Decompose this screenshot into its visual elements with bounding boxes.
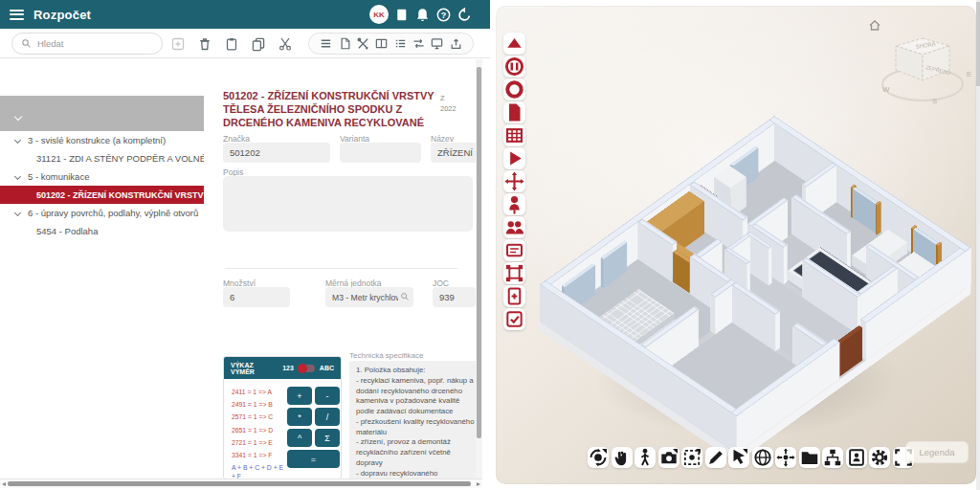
app-title: Rozpočet — [33, 8, 91, 22]
chevron-down-icon[interactable] — [14, 210, 21, 216]
id-badge-icon[interactable] — [846, 447, 867, 468]
hierarchy-icon[interactable] — [822, 447, 843, 468]
flow-icon[interactable] — [412, 36, 426, 51]
chevron-down-icon[interactable] — [14, 173, 21, 180]
document-icon[interactable] — [338, 36, 352, 51]
tree-item[interactable]: 3 - svislé konstrukce (a kompletní) — [0, 131, 204, 149]
list-icon[interactable] — [319, 36, 333, 51]
mnozstvi-field[interactable] — [223, 287, 290, 307]
properties-card-icon[interactable] — [503, 239, 525, 261]
columns-icon[interactable] — [374, 36, 389, 51]
pan-hand-icon[interactable] — [612, 447, 633, 468]
snapshot-icon[interactable] — [681, 447, 702, 468]
viewer-viewport[interactable]: W S E SHORA ZEPŘEDU — [496, 6, 976, 484]
delete-icon[interactable] — [197, 36, 212, 52]
copy-icon[interactable] — [251, 36, 266, 52]
folder-icon[interactable] — [799, 447, 820, 468]
tree-item[interactable]: 5454 - Podlaha — [0, 222, 204, 240]
person-pin-icon[interactable] — [503, 193, 525, 215]
orbit-icon[interactable] — [588, 447, 609, 468]
znacka-field[interactable] — [223, 143, 330, 163]
popis-field[interactable] — [223, 176, 473, 232]
vykaz-mode-toggle[interactable] — [299, 365, 315, 372]
item-title: 501202 - ZŘÍZENÍ KONSTRUKČNÍ VRSTVY TĚLE… — [223, 90, 441, 129]
share-icon[interactable] — [449, 36, 463, 51]
document-add-icon[interactable] — [503, 285, 525, 307]
monitor-icon[interactable] — [430, 36, 444, 51]
pointer-settings-icon[interactable] — [728, 447, 749, 468]
undo-icon[interactable] — [457, 7, 473, 23]
zones-icon[interactable] — [503, 78, 525, 100]
document-icon[interactable] — [503, 101, 525, 123]
minus-button[interactable]: - — [315, 387, 340, 405]
vykaz-row[interactable]: 2571 = 1 => C — [232, 411, 287, 423]
search-input[interactable] — [37, 38, 143, 49]
checklist-icon[interactable] — [503, 308, 525, 330]
people-icon[interactable] — [503, 216, 525, 238]
menu-icon[interactable] — [10, 10, 24, 20]
vykaz-row[interactable]: 2491 = 1 => B — [232, 398, 287, 411]
tech-spec-label: Technická specifikace — [349, 351, 423, 360]
toggle-123-label: 123 — [282, 365, 294, 371]
sigma-button[interactable]: Σ — [315, 429, 340, 447]
play-icon[interactable] — [503, 147, 525, 169]
nazev-field[interactable] — [431, 143, 476, 163]
multiply-button[interactable]: * — [287, 408, 312, 426]
svg-text:?: ? — [441, 10, 447, 19]
bounds-icon[interactable] — [503, 262, 525, 284]
divide-button[interactable]: / — [315, 408, 340, 426]
notifications-icon[interactable] — [414, 7, 431, 23]
vykaz-rows: 2411 = 1 => A 2491 = 1 => B 2571 = 1 => … — [232, 386, 287, 479]
document-icon[interactable] — [393, 7, 410, 23]
vykaz-sum-row[interactable]: A + B + C + D + E + F — [232, 461, 287, 479]
horizontal-scrollbar[interactable] — [0, 479, 482, 488]
compass-south: S — [932, 97, 938, 105]
app-window: Rozpočet KK ? — [0, 0, 980, 490]
viewer-panel: W S E SHORA ZEPŘEDU — [490, 0, 980, 490]
main-toolbar — [0, 29, 490, 58]
search-icon — [21, 38, 32, 49]
vykaz-row[interactable]: 2411 = 1 => A — [232, 386, 287, 398]
camera-icon[interactable] — [658, 447, 679, 468]
tech-spec-text[interactable]: 1. Položka obsahuje: - recyklaci kameniv… — [349, 361, 476, 479]
move-icon[interactable] — [503, 170, 525, 192]
vertical-scrollbar[interactable] — [476, 59, 482, 479]
joc-field[interactable] — [433, 287, 476, 307]
vykaz-row[interactable]: 2651 = 1 => D — [232, 424, 287, 436]
vykaz-row[interactable]: 3341 = 1 => F — [232, 449, 287, 461]
power-button[interactable]: ^ — [287, 429, 312, 447]
tree-item[interactable]: 31121 - ZDI A STĚNY PODPĚR A VOLNÉ Z KAM… — [0, 149, 204, 167]
avatar[interactable]: KK — [369, 5, 389, 24]
help-icon[interactable]: ? — [435, 7, 452, 23]
tools-icon[interactable] — [356, 36, 370, 51]
globe-icon[interactable] — [752, 447, 773, 468]
toggle-abc-label: ABC — [320, 365, 334, 371]
equals-button[interactable]: = — [287, 450, 340, 468]
collapse-up-icon[interactable] — [503, 33, 525, 55]
vykaz-row[interactable]: 2721 = 1 => E — [232, 436, 287, 449]
tree-item-selected[interactable]: 501202 - ZŘÍZENÍ KONSTRUKČNÍ VRSTVY TĚLE… — [0, 186, 204, 204]
mj-search-icon[interactable] — [400, 292, 410, 301]
search-field[interactable] — [11, 33, 163, 55]
storeys-icon[interactable] — [503, 56, 525, 78]
add-icon[interactable] — [170, 36, 186, 52]
table-icon[interactable] — [503, 124, 525, 146]
paste-icon[interactable] — [224, 36, 239, 52]
tasks-icon[interactable] — [393, 36, 408, 51]
tree-header[interactable] — [0, 96, 204, 131]
walk-icon[interactable] — [635, 447, 656, 468]
varianta-field[interactable] — [340, 143, 421, 163]
gear-icon[interactable] — [869, 447, 890, 468]
tree-item[interactable]: 5 - komunikace — [0, 167, 204, 186]
window-scrollbar[interactable] — [976, 0, 980, 490]
cut-icon[interactable] — [278, 36, 293, 52]
compass-east: E — [967, 70, 972, 78]
navigation-cube[interactable]: W S E SHORA ZEPŘEDU — [871, 27, 976, 119]
vykaz-vymer-panel: VÝKAZ VÝMĚR 123 ABC 2411 = 1 => A 2491 =… — [223, 356, 342, 479]
explode-icon[interactable] — [775, 447, 796, 468]
chevron-down-icon[interactable] — [14, 137, 21, 144]
measure-pencil-icon[interactable] — [705, 447, 726, 468]
plus-button[interactable]: + — [287, 387, 312, 405]
legend-button[interactable]: Legenda — [905, 441, 969, 463]
tree-item[interactable]: 6 - úpravy povrchů, podlahy, výplně otvo… — [0, 204, 204, 222]
